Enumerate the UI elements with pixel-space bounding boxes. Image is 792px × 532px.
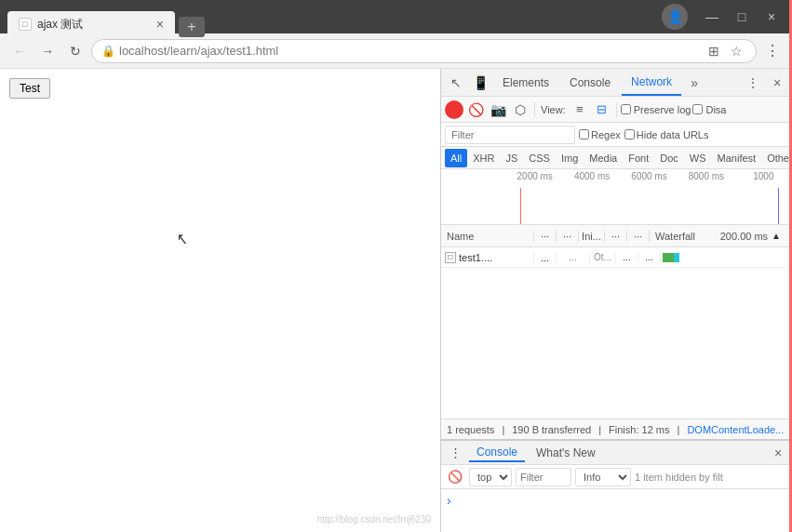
type-filter-js[interactable]: JS (500, 149, 523, 167)
console-panel: ⋮ Console What's New × 🚫 top (441, 439, 792, 532)
window-controls: 👤 — □ × (662, 4, 785, 30)
timeline-area: 2000 ms 4000 ms 6000 ms 8000 ms 1000 (441, 169, 792, 225)
disable-cache-checkbox[interactable]: Disa (692, 104, 726, 115)
th-dots3[interactable]: ··· (605, 231, 627, 242)
console-clear-icon[interactable]: 🚫 (445, 467, 465, 487)
console-context-select[interactable]: top (469, 468, 512, 486)
table-row[interactable]: □ test1.... ... ... Ot... ... ... (441, 247, 792, 268)
forward-button[interactable]: → (35, 39, 60, 63)
devtools-more-icon[interactable]: » (683, 72, 705, 94)
console-close-button[interactable]: × (768, 443, 788, 463)
type-filter-ws[interactable]: WS (684, 149, 712, 167)
url-bar[interactable]: 🔒 localhost/learn/ajax/test1.html ⊞ ☆ (91, 39, 757, 63)
status-requests: 1 requests (447, 424, 494, 435)
address-bar: ← → ↻ 🔒 localhost/learn/ajax/test1.html … (0, 33, 792, 69)
record-button[interactable] (445, 100, 463, 119)
timeline-marker-1 (520, 188, 521, 225)
profile-button[interactable]: 👤 (662, 4, 688, 30)
bookmark-icon[interactable]: ☆ (726, 41, 746, 61)
type-filter-media[interactable]: Media (584, 149, 623, 167)
browser-tab[interactable]: □ ajax 测试 × (7, 11, 175, 37)
tab-bar: □ ajax 测试 × + (7, 0, 654, 33)
devtools-settings-icon[interactable]: ⋮ (742, 72, 764, 94)
chrome-menu-button[interactable]: ⋮ (760, 39, 785, 63)
console-level-select[interactable]: Info (575, 468, 631, 486)
maximize-button[interactable]: □ (729, 7, 755, 27)
test-button[interactable]: Test (9, 78, 50, 99)
th-waterfall-time: 200.00 ms ▲ (720, 231, 781, 242)
status-separator-3: | (678, 424, 680, 435)
url-display: localhost/learn/ajax/test1.html (119, 44, 278, 58)
screenshot-button[interactable]: 📷 (488, 100, 508, 120)
filter-toggle-button[interactable]: ⬡ (510, 100, 530, 120)
type-filter-img[interactable]: Img (556, 149, 584, 167)
type-filter-other[interactable]: Other (761, 149, 792, 167)
back-button[interactable]: ← (7, 39, 32, 63)
console-menu-icon[interactable]: ⋮ (445, 443, 465, 463)
status-separator-1: | (502, 424, 504, 435)
console-filter-input[interactable] (516, 468, 571, 486)
console-body: › (441, 489, 792, 532)
status-dom-content[interactable]: DOMContentLoade... (687, 424, 784, 435)
timeline-label-4: 8000 ms (678, 171, 734, 181)
devtools-inspect-icon[interactable]: ↖ (445, 72, 467, 94)
translate-icon[interactable]: ⊞ (704, 41, 724, 61)
page-content: Test ↖ http://blog.csdn.net/lmj6230 (0, 69, 440, 532)
regex-checkbox[interactable]: Regex (579, 129, 621, 140)
view-icons: ≡ ⊟ (570, 100, 612, 120)
hide-data-urls-checkbox[interactable]: Hide data URLs (624, 129, 709, 140)
type-filter-doc[interactable]: Doc (654, 149, 684, 167)
timeline-label-3: 6000 ms (621, 171, 678, 181)
timeline-scale: 2000 ms 4000 ms 6000 ms 8000 ms 1000 (441, 169, 792, 188)
type-filter-xhr[interactable]: XHR (467, 149, 500, 167)
console-tab-whatsnew[interactable]: What's New (529, 445, 603, 461)
toolbar-separator-1 (534, 102, 535, 117)
th-dots2[interactable]: ··· (557, 231, 579, 242)
reload-button[interactable]: ↻ (63, 39, 87, 63)
devtools-device-icon[interactable]: 📱 (469, 72, 491, 94)
td-initiator: Ot... (590, 252, 616, 262)
new-tab-button[interactable]: + (179, 17, 205, 37)
console-tab-console[interactable]: Console (469, 444, 525, 462)
mouse-cursor: ↖ (177, 229, 188, 249)
table-header: Name ··· ··· Ini... ··· ··· Waterfall 20… (441, 225, 792, 247)
preserve-log-checkbox[interactable]: Preserve log (621, 104, 691, 115)
table-body[interactable]: □ test1.... ... ... Ot... ... ... (441, 247, 792, 419)
timeline-chart (506, 188, 792, 225)
close-button[interactable]: × (758, 7, 785, 27)
td-dots1: ... (534, 252, 557, 263)
filter-row: Regex Hide data URLs (441, 123, 792, 147)
type-filter-all[interactable]: All (445, 149, 467, 167)
console-hidden-text: 1 item hidden by filt (635, 472, 723, 483)
status-separator-2: | (598, 424, 601, 435)
network-toolbar: 🚫 📷 ⬡ View: ≡ ⊟ Preserve log Disa (441, 97, 792, 123)
td-status: ... (557, 252, 590, 262)
th-dots1[interactable]: ··· (534, 231, 557, 242)
devtools-tab-network[interactable]: Network (622, 69, 681, 96)
filter-input[interactable] (445, 126, 575, 144)
view-waterfall-icon[interactable]: ⊟ (592, 100, 612, 120)
devtools-panel: ↖ 📱 Elements Console Network » ⋮ × (440, 69, 792, 532)
tab-title: ajax 测试 (37, 17, 83, 33)
console-header: ⋮ Console What's New × (441, 441, 792, 465)
file-icon: □ (445, 252, 456, 263)
th-dots4[interactable]: ··· (627, 231, 650, 242)
tab-close-button[interactable]: × (156, 18, 164, 31)
devtools-tab-console[interactable]: Console (560, 69, 620, 96)
status-finish: Finish: 12 ms (609, 424, 669, 435)
url-lock-icon: 🔒 (101, 45, 115, 58)
clear-button[interactable]: 🚫 (465, 100, 486, 120)
type-filter-manifest[interactable]: Manifest (712, 149, 762, 167)
type-filter-font[interactable]: Font (623, 149, 654, 167)
type-filter-css[interactable]: CSS (523, 149, 556, 167)
devtools-tab-elements[interactable]: Elements (493, 69, 558, 96)
th-initiator[interactable]: Ini... (579, 231, 605, 242)
view-list-icon[interactable]: ≡ (570, 100, 590, 120)
th-waterfall-label: Waterfall (655, 231, 695, 242)
th-waterfall[interactable]: Waterfall 200.00 ms ▲ (650, 231, 786, 242)
minimize-button[interactable]: — (699, 7, 725, 27)
main-area: Test ↖ http://blog.csdn.net/lmj6230 ↖ 📱 … (0, 69, 792, 532)
th-name[interactable]: Name (441, 231, 534, 242)
td-waterfall (661, 247, 792, 267)
devtools-close-icon[interactable]: × (766, 72, 788, 94)
